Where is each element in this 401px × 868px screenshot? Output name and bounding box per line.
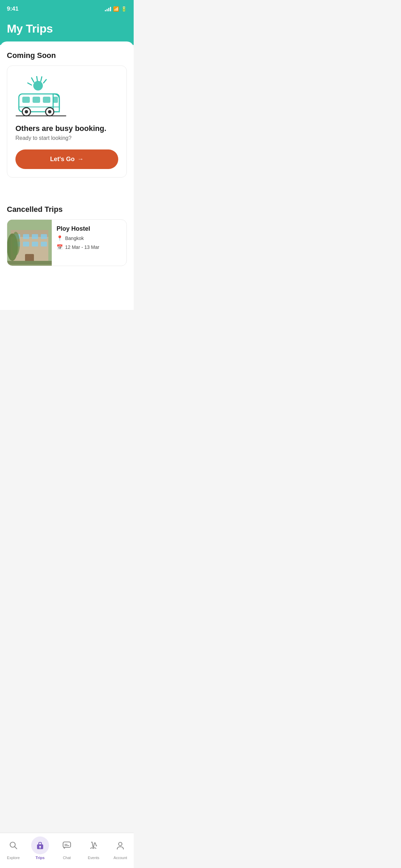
battery-icon: 🔋 — [121, 6, 127, 12]
hostel-image — [7, 220, 52, 266]
svg-line-2 — [41, 77, 42, 81]
svg-rect-25 — [23, 242, 29, 246]
hostel-location: 📍 Bangkok — [57, 235, 99, 241]
svg-rect-22 — [32, 234, 38, 239]
svg-rect-9 — [43, 97, 50, 103]
svg-point-30 — [12, 232, 20, 256]
main-content: Coming Soon — [0, 41, 134, 310]
wifi-icon: 📶 — [113, 6, 119, 12]
svg-rect-8 — [33, 97, 40, 103]
header: My Trips — [0, 16, 134, 45]
svg-line-1 — [37, 76, 37, 81]
svg-rect-7 — [22, 97, 30, 103]
svg-rect-10 — [53, 97, 58, 103]
card-text-bold: Others are busy booking. — [15, 124, 106, 133]
cancelled-trips-title: Cancelled Trips — [7, 205, 127, 214]
coming-soon-title: Coming Soon — [7, 51, 127, 60]
lets-go-button[interactable]: Let's Go → — [15, 149, 118, 169]
svg-rect-21 — [23, 234, 29, 239]
svg-rect-31 — [7, 261, 52, 264]
svg-point-15 — [48, 110, 51, 113]
hostel-name: Ploy Hostel — [57, 225, 99, 232]
signal-icon — [105, 7, 111, 11]
svg-line-0 — [32, 78, 34, 82]
hostel-dates: 📅 12 Mar - 13 Mar — [57, 244, 99, 250]
arrow-icon: → — [77, 156, 84, 163]
svg-point-5 — [33, 81, 43, 91]
bus-illustration — [13, 76, 68, 117]
page-title: My Trips — [7, 22, 127, 35]
svg-point-13 — [25, 110, 28, 113]
hostel-card[interactable]: Ploy Hostel 📍 Bangkok 📅 12 Mar - 13 Mar — [7, 219, 127, 266]
svg-rect-23 — [41, 234, 47, 239]
location-icon: 📍 — [57, 235, 63, 241]
svg-rect-26 — [32, 242, 38, 246]
svg-line-3 — [44, 80, 46, 83]
coming-soon-card: Others are busy booking. Ready to start … — [7, 65, 127, 178]
status-bar: 9:41 📶 🔋 — [0, 0, 134, 16]
svg-line-4 — [28, 83, 32, 85]
status-time: 9:41 — [7, 5, 19, 12]
svg-rect-27 — [41, 242, 47, 246]
card-text-sub: Ready to start looking? — [15, 135, 72, 141]
hostel-info: Ploy Hostel 📍 Bangkok 📅 12 Mar - 13 Mar — [52, 220, 104, 266]
calendar-icon: 📅 — [57, 244, 63, 250]
status-icons: 📶 🔋 — [105, 6, 127, 12]
